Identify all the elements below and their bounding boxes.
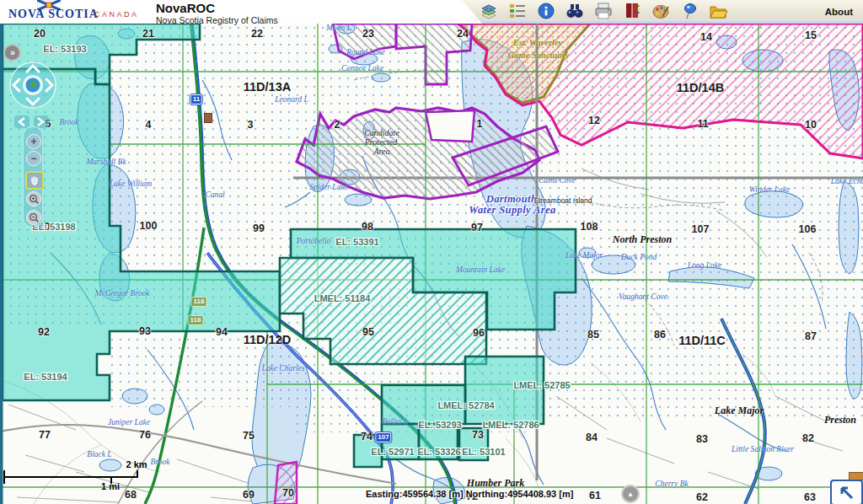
legend-list-icon[interactable] — [507, 2, 528, 20]
scale-mi-label: 1 mi — [101, 481, 120, 491]
collapse-button[interactable]: ▲ — [621, 485, 640, 503]
crown-reserve-area-small[interactable] — [275, 462, 297, 504]
draw-palette-icon[interactable] — [651, 2, 671, 20]
zoom-toolbar: + − — [23, 126, 43, 228]
identify-info-icon[interactable] — [536, 2, 556, 20]
claim-polygon-52786[interactable] — [419, 424, 458, 459]
pan-rose — [5, 57, 61, 113]
hand-icon — [29, 175, 40, 185]
northing-value: 4954408.93 — [507, 489, 556, 499]
highway-shield: 118 — [191, 297, 207, 307]
map-canvas[interactable] — [0, 0, 863, 504]
claim-polygon-52784[interactable] — [382, 385, 465, 424]
scale-km-label: 2 km — [126, 459, 147, 469]
back-extent-button[interactable] — [14, 115, 29, 128]
northing-label: Northing: — [466, 489, 507, 499]
pan-hand-tool[interactable] — [25, 171, 44, 190]
easting-value: 459564.38 — [402, 489, 446, 499]
claim-polygon-52785[interactable] — [465, 357, 544, 424]
novaroc-app: 2021222324141554321121110101100999897108… — [0, 0, 863, 504]
easting-unit: [m] — [448, 489, 463, 499]
zoom-box-in-tool[interactable] — [26, 191, 41, 206]
highway-shield — [204, 113, 212, 123]
north-arrow-icon — [836, 485, 858, 501]
easting-label: Easting: — [366, 489, 402, 499]
coordinate-readout: Easting:459564.38 [m] Northing:4954408.9… — [366, 489, 573, 499]
zoom-out-button[interactable]: − — [26, 151, 41, 166]
map-layers-icon[interactable] — [479, 2, 499, 20]
open-folder-icon[interactable] — [708, 2, 728, 20]
northing-unit: [m] — [559, 489, 573, 499]
north-arrow — [830, 480, 863, 504]
app-title-block: NovaROC Nova Scotia Registry of Claims — [156, 1, 278, 25]
zoom-in-button[interactable]: + — [26, 134, 41, 149]
toolbar — [479, 1, 728, 21]
magnifier-minus-icon — [29, 212, 40, 223]
find-binoculars-icon[interactable] — [565, 2, 585, 20]
app-title: NovaROC — [156, 1, 278, 15]
app-subtitle: Nova Scotia Registry of Claims — [156, 15, 278, 25]
highway-shield: 118 — [188, 315, 204, 325]
highway-shield: 11 — [190, 94, 202, 105]
canada-wordmark: CANADA — [94, 10, 139, 19]
about-link[interactable]: About — [825, 7, 853, 17]
left-edge-strip — [0, 24, 3, 504]
highway-shield: 107 — [375, 432, 391, 442]
pushpin-icon[interactable] — [679, 2, 700, 20]
logo-wordmark: NOVA SCOTIA — [8, 8, 99, 21]
app-header: NOVA SCOTIA CANADA NovaROC Nova Scotia R… — [0, 0, 863, 24]
zoom-box-out-tool[interactable] — [26, 210, 41, 225]
magnifier-plus-icon — [29, 194, 40, 205]
bookmarks-book-icon[interactable] — [622, 2, 642, 20]
print-icon[interactable] — [593, 2, 614, 20]
claim-polygon-53101[interactable] — [459, 428, 488, 460]
